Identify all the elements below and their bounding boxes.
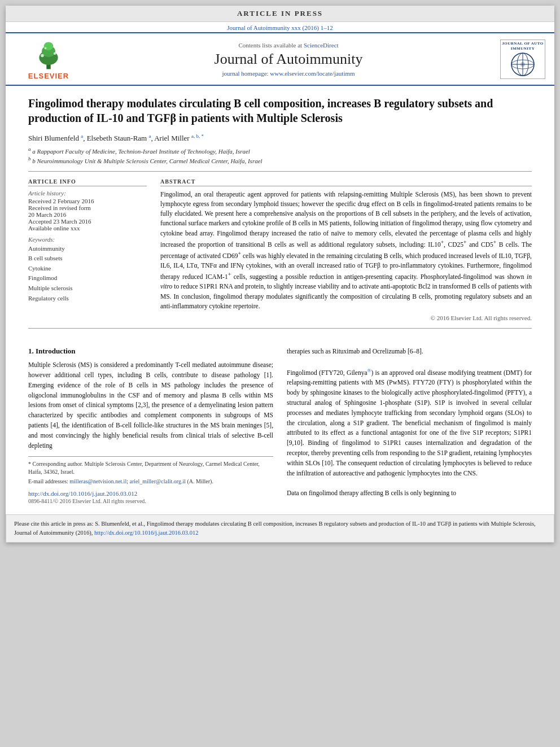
homepage-label: journal homepage: — [222, 70, 268, 77]
intro-right-col: therapies such as Rituximab and Ocrelizu… — [287, 347, 532, 504]
divider-1 — [28, 171, 532, 172]
revised-label: Received in revised form — [28, 204, 147, 211]
history-label: Article history: — [28, 190, 147, 196]
elsevier-tree-icon — [26, 38, 71, 72]
body-content: 1. Introduction Multiple Sclerosis (MS) … — [6, 341, 554, 510]
received-value: Received 2 February 2016 — [28, 198, 147, 204]
aip-banner-text: ARTICLE IN PRESS — [237, 9, 323, 18]
svg-point-5 — [54, 52, 56, 55]
keyword-fingolimod: Fingolimod — [28, 273, 147, 283]
doi-text: http://dx.doi.org/10.1016/j.jaut.2016.03… — [28, 490, 137, 497]
keyword-regulatory-cells: Regulatory cells — [28, 294, 147, 304]
journal-logo-box: JOURNAL OF AUTO IMMUNITY — [500, 40, 545, 79]
homepage-url[interactable]: www.elsevier.com/locate/jautimm — [270, 70, 355, 77]
header-left: ELSEVIER — [15, 38, 82, 80]
journal-logo-globe-icon — [510, 52, 535, 77]
keyword-b-cell-subsets: B cell subsets — [28, 254, 147, 264]
article-info-col: ARTICLE INFO Article history: Received 2… — [28, 178, 147, 321]
keyword-cytokine: Cytokine — [28, 264, 147, 274]
revised-date: 20 March 2016 — [28, 211, 147, 218]
accepted-value: Accepted 23 March 2016 — [28, 218, 147, 225]
svg-point-6 — [45, 47, 47, 50]
abstract-col: ABSTRACT Fingolimod, an oral therapeutic… — [160, 178, 532, 321]
journal-info-line: Journal of Autoimmunity xxx (2016) 1–12 — [6, 22, 554, 32]
journal-citation: Journal of Autoimmunity xxx (2016) 1–12 — [227, 24, 333, 31]
issn-line: 0896-8411/© 2016 Elsevier Ltd. All right… — [28, 498, 273, 504]
abstract-text: Fingolimod, an oral therapeutic agent ap… — [160, 190, 532, 311]
intro-right-text: therapies such as Rituximab and Ocrelizu… — [287, 347, 532, 499]
elsevier-label: ELSEVIER — [28, 72, 69, 80]
copyright-line: © 2016 Elsevier Ltd. All rights reserved… — [160, 314, 532, 321]
aip-banner: ARTICLE IN PRESS — [6, 6, 554, 22]
page: ARTICLE IN PRESS Journal of Autoimmunity… — [6, 6, 554, 543]
intro-left-col: 1. Introduction Multiple Sclerosis (MS) … — [28, 347, 273, 504]
keyword-autoimmunity: Autoimmunity — [28, 244, 147, 254]
journal-homepage-line: journal homepage: www.elsevier.com/locat… — [88, 70, 489, 77]
header-right: JOURNAL OF AUTO IMMUNITY — [495, 40, 545, 79]
available-value: Available online xxx — [28, 225, 147, 231]
intro-two-col: 1. Introduction Multiple Sclerosis (MS) … — [28, 347, 532, 504]
elsevier-logo-box: ELSEVIER — [15, 38, 82, 80]
svg-point-4 — [41, 54, 44, 58]
doi-line[interactable]: http://dx.doi.org/10.1016/j.jaut.2016.03… — [28, 490, 273, 497]
science-direct-line: Contents lists available at ScienceDirec… — [88, 42, 489, 49]
footnote-area: * Corresponding author. Multiple Scleros… — [28, 456, 273, 486]
affiliation-b: b b Neuroimmunology Unit & Multiple Scle… — [28, 156, 532, 164]
citation-doi-link[interactable]: http://dx.doi.org/10.1016/j.jaut.2016.03… — [94, 530, 198, 536]
divider-2 — [28, 328, 532, 329]
intro-left-text: Multiple Sclerosis (MS) is considered a … — [28, 360, 273, 451]
article-title: Fingolimod therapy modulates circulating… — [28, 96, 532, 125]
journal-title-header: Journal of Autoimmunity — [88, 51, 489, 68]
email-2[interactable]: ariel_miller@clalit.org.il — [129, 478, 186, 484]
email-label: E-mail addresses: — [28, 478, 68, 484]
header-center: Contents lists available at ScienceDirec… — [88, 42, 489, 77]
article-info-abstract-cols: ARTICLE INFO Article history: Received 2… — [28, 178, 532, 321]
svg-point-12 — [520, 62, 525, 67]
intro-heading: 1. Introduction — [28, 347, 273, 356]
keywords-label: Keywords: — [28, 236, 147, 243]
email-footnote: E-mail addresses: milleras@netvision.net… — [28, 478, 273, 486]
citation-text: Please cite this article in press as: S.… — [14, 521, 536, 536]
citation-box: Please cite this article in press as: S.… — [6, 514, 554, 543]
journal-logo-title: JOURNAL OF AUTO IMMUNITY — [501, 41, 545, 51]
email-1[interactable]: milleras@netvision.net.il — [69, 478, 126, 484]
contents-label: Contents lists available at — [238, 42, 302, 49]
affiliation-a: a a Rappaport Faculty of Medicine, Techn… — [28, 146, 532, 155]
abstract-section-label: ABSTRACT — [160, 178, 532, 186]
authors-line: Shiri Blumenfeld a, Elsebeth Staun-Ram a… — [28, 133, 532, 143]
science-direct-link[interactable]: ScienceDirect — [304, 42, 339, 49]
article-info-section-label: ARTICLE INFO — [28, 178, 147, 186]
corresponding-author-note: * Corresponding author. Multiple Scleros… — [28, 460, 273, 476]
keyword-multiple-sclerosis: Multiple sclerosis — [28, 283, 147, 294]
header-area: ELSEVIER Contents lists available at Sci… — [6, 32, 554, 86]
email-note: (A. Miller). — [187, 478, 213, 484]
article-content: Fingolimod therapy modulates circulating… — [6, 86, 554, 341]
citation-box-wrapper: Please cite this article in press as: S.… — [6, 514, 554, 543]
